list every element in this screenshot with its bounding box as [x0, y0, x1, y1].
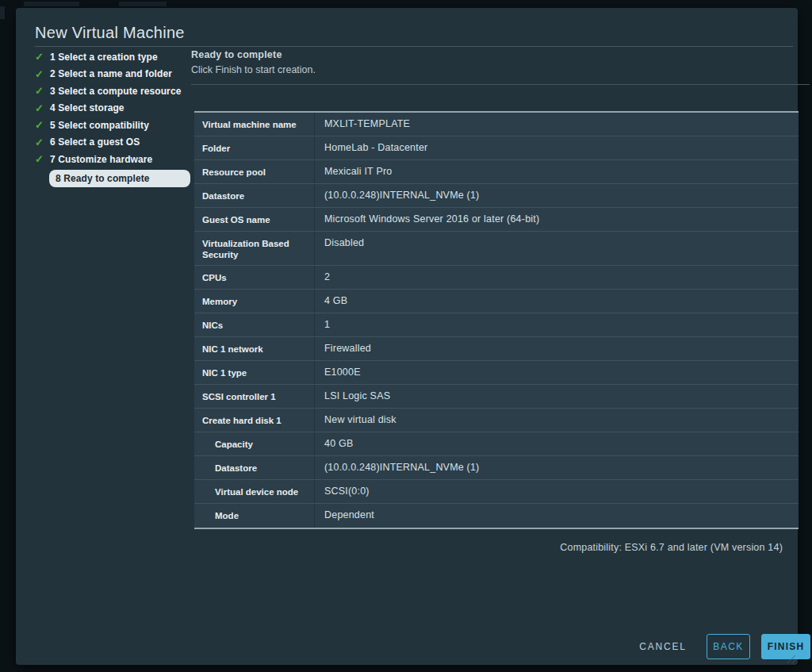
- row-label: NIC 1 network: [194, 337, 315, 360]
- row-value: 2: [315, 266, 799, 289]
- row-label: Memory: [194, 290, 315, 313]
- row-value: Disabled: [315, 232, 799, 265]
- row-value: E1000E: [315, 361, 799, 384]
- table-row: CPUs 2: [194, 266, 799, 290]
- row-label: CPUs: [194, 266, 315, 289]
- check-icon: ✓: [35, 68, 48, 80]
- table-row: Create hard disk 1 New virtual disk: [194, 409, 799, 432]
- row-label: NIC 1 type: [194, 361, 315, 384]
- table-row: Virtual device node SCSI(0:0): [194, 480, 799, 504]
- row-value: New virtual disk: [315, 409, 799, 432]
- dialog-title: New Virtual Machine: [35, 24, 185, 42]
- background-artifact: [119, 2, 167, 6]
- background-artifact: [24, 2, 79, 6]
- step-heading: Ready to complete: [191, 49, 810, 60]
- table-row: Virtual machine name MXLIT-TEMPLATE: [194, 113, 799, 136]
- step-select-name-folder[interactable]: ✓ 2 Select a name and folder: [35, 66, 190, 83]
- step-label: 5 Select compatibility: [50, 120, 149, 131]
- check-icon: ✓: [35, 102, 48, 114]
- step-label: 2 Select a name and folder: [50, 68, 172, 79]
- table-row: Virtualization Based Security Disabled: [194, 232, 799, 266]
- wizard-steps-sidebar: ✓ 1 Select a creation type ✓ 2 Select a …: [35, 48, 190, 187]
- step-subheading: Click Finish to start creation.: [191, 64, 810, 75]
- row-label: Resource pool: [194, 160, 315, 183]
- row-label: Datastore: [194, 456, 315, 479]
- row-label: Folder: [194, 136, 315, 159]
- step-label: 7 Customize hardware: [50, 154, 152, 165]
- check-icon: ✓: [35, 136, 48, 148]
- table-row: Folder HomeLab - Datacenter: [194, 136, 799, 160]
- cancel-button[interactable]: CANCEL: [626, 634, 699, 659]
- step-label: 4 Select storage: [50, 102, 124, 113]
- step-label: 8 Ready to complete: [56, 173, 150, 184]
- check-icon: ✓: [35, 119, 48, 131]
- row-label: Virtual machine name: [194, 113, 315, 136]
- check-icon: ✓: [35, 51, 48, 63]
- row-label: Create hard disk 1: [194, 409, 315, 432]
- vm-summary-table: Virtual machine name MXLIT-TEMPLATE Fold…: [194, 111, 799, 529]
- table-row: Datastore (10.0.0.248)INTERNAL_NVMe (1): [194, 184, 799, 208]
- back-button[interactable]: BACK: [707, 634, 750, 659]
- finish-button[interactable]: FINISH: [761, 634, 810, 659]
- table-row: NICs 1: [194, 313, 799, 337]
- background-artifact: [0, 6, 5, 19]
- row-value: (10.0.0.248)INTERNAL_NVMe (1): [315, 184, 799, 207]
- table-row: Datastore (10.0.0.248)INTERNAL_NVMe (1): [194, 456, 799, 480]
- step-customize-hardware[interactable]: ✓ 7 Customize hardware: [35, 151, 190, 168]
- row-label: Mode: [194, 504, 315, 528]
- step-select-compute-resource[interactable]: ✓ 3 Select a compute resource: [35, 83, 190, 100]
- table-row: Guest OS name Microsoft Windows Server 2…: [194, 208, 799, 232]
- table-row: NIC 1 type E1000E: [194, 361, 799, 385]
- step-ready-to-complete-active[interactable]: 8 Ready to complete: [49, 170, 190, 187]
- row-label: Virtualization Based Security: [194, 232, 315, 265]
- row-value: LSI Logic SAS: [315, 385, 799, 408]
- check-icon: ✓: [35, 153, 48, 165]
- row-value: Microsoft Windows Server 2016 or later (…: [315, 208, 799, 231]
- step-select-creation-type[interactable]: ✓ 1 Select a creation type: [35, 48, 190, 66]
- row-value: 4 GB: [315, 290, 799, 313]
- table-row: Memory 4 GB: [194, 290, 799, 313]
- row-value: HomeLab - Datacenter: [315, 136, 799, 159]
- table-row: Resource pool Mexicali IT Pro: [194, 160, 799, 184]
- table-row: Mode Dependent: [194, 504, 799, 528]
- check-icon: ✓: [35, 85, 48, 97]
- row-label: Guest OS name: [194, 208, 315, 231]
- title-divider: [35, 46, 793, 47]
- table-row: Capacity 40 GB: [194, 432, 799, 456]
- row-label: Capacity: [194, 432, 315, 455]
- step-label: 6 Select a guest OS: [50, 136, 140, 148]
- step-content: Ready to complete Click Finish to start …: [191, 49, 810, 529]
- row-value: Firewalled: [315, 337, 799, 360]
- step-select-storage[interactable]: ✓ 4 Select storage: [35, 100, 190, 117]
- step-label: 3 Select a compute resource: [50, 86, 181, 97]
- row-value: Dependent: [315, 504, 799, 528]
- row-label: NICs: [194, 313, 315, 336]
- new-vm-wizard-dialog: New Virtual Machine ✓ 1 Select a creatio…: [16, 8, 798, 665]
- step-select-compatibility[interactable]: ✓ 5 Select compatibility: [35, 117, 190, 134]
- row-value: MXLIT-TEMPLATE: [315, 113, 799, 136]
- row-value: 40 GB: [315, 432, 799, 455]
- row-value: (10.0.0.248)INTERNAL_NVMe (1): [315, 456, 799, 479]
- row-value: SCSI(0:0): [315, 480, 799, 503]
- row-label: Virtual device node: [194, 480, 315, 503]
- table-row: SCSI controller 1 LSI Logic SAS: [194, 385, 799, 409]
- step-select-guest-os[interactable]: ✓ 6 Select a guest OS: [35, 134, 190, 152]
- row-value: Mexicali IT Pro: [315, 160, 799, 183]
- content-divider: [191, 84, 810, 85]
- table-row: NIC 1 network Firewalled: [194, 337, 799, 361]
- step-label: 1 Select a creation type: [50, 52, 158, 63]
- compatibility-note: Compatibility: ESXi 6.7 and later (VM ve…: [560, 542, 783, 553]
- row-label: SCSI controller 1: [194, 385, 315, 408]
- row-value: 1: [315, 313, 799, 336]
- row-label: Datastore: [194, 184, 315, 207]
